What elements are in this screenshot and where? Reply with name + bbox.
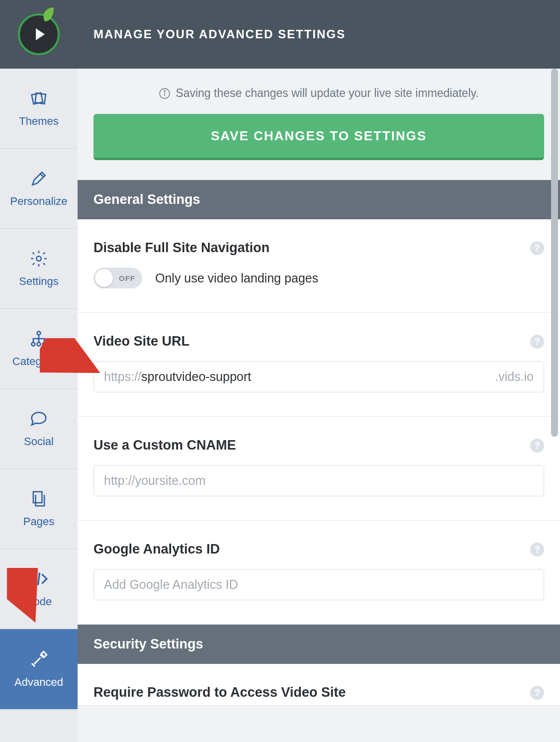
save-button[interactable]: SAVE CHANGES TO SETTINGS — [93, 114, 544, 160]
tools-icon — [29, 650, 48, 669]
sidebar-item-label: Themes — [19, 115, 58, 128]
site-url-input[interactable]: https://sproutvideo-support .vids.io — [93, 361, 544, 392]
scrollbar[interactable] — [551, 69, 558, 437]
panel-site-url: Video Site URL ? https://sproutvideo-sup… — [78, 313, 560, 417]
pencil-icon — [29, 169, 48, 188]
url-prefix: https:// — [104, 370, 141, 384]
svg-point-10 — [164, 91, 165, 92]
url-value: sproutvideo-support — [141, 370, 251, 384]
sidebar-item-label: Settings — [19, 275, 59, 288]
sidebar-item-code[interactable]: Code — [0, 549, 78, 629]
help-icon[interactable]: ? — [530, 335, 544, 349]
sidebar: Themes Personalize Settings Categories S… — [0, 0, 78, 742]
help-icon[interactable]: ? — [530, 241, 544, 255]
help-icon[interactable]: ? — [530, 543, 544, 556]
sidebar-item-personalize[interactable]: Personalize — [0, 149, 78, 229]
cname-heading: Use a Custom CNAME — [93, 438, 236, 453]
sidebar-item-themes[interactable]: Themes — [0, 69, 78, 149]
panel-disable-nav: Disable Full Site Navigation ? OFF Only … — [78, 219, 560, 313]
panel-cname: Use a Custom CNAME ? — [78, 417, 560, 521]
pages-icon — [29, 489, 48, 508]
save-info: Saving these changes will update your li… — [93, 87, 544, 100]
sidebar-item-label: Personalize — [10, 195, 68, 208]
play-icon — [36, 28, 45, 40]
themes-icon — [29, 89, 48, 108]
sidebar-item-advanced[interactable]: Advanced — [0, 629, 78, 709]
analytics-heading: Google Analytics ID — [93, 542, 220, 557]
svg-point-2 — [36, 256, 41, 261]
svg-point-6 — [43, 343, 46, 346]
url-suffix: .vids.io — [495, 370, 534, 384]
gear-icon — [29, 249, 48, 268]
help-icon[interactable]: ? — [530, 686, 544, 700]
code-icon — [29, 569, 48, 588]
section-general: General Settings — [78, 180, 560, 219]
sidebar-item-pages[interactable]: Pages — [0, 469, 78, 549]
logo[interactable] — [0, 0, 78, 69]
sidebar-item-label: Code — [26, 595, 52, 608]
page-title: MANAGE YOUR ADVANCED SETTINGS — [93, 27, 346, 41]
panel-password: Require Password to Access Video Site ? — [78, 664, 560, 706]
page-header: MANAGE YOUR ADVANCED SETTINGS — [78, 0, 560, 69]
section-security: Security Settings — [78, 625, 560, 664]
chat-icon — [29, 409, 48, 428]
svg-point-3 — [37, 331, 41, 335]
disable-nav-desc: Only use video landing pages — [155, 271, 318, 285]
sidebar-item-label: Pages — [23, 515, 54, 528]
svg-rect-7 — [33, 492, 42, 503]
svg-point-4 — [31, 343, 35, 346]
password-heading: Require Password to Access Video Site — [93, 685, 346, 700]
help-icon[interactable]: ? — [530, 439, 544, 453]
tree-icon — [29, 329, 48, 348]
sidebar-item-label: Social — [24, 435, 54, 448]
sidebar-item-label: Categories — [12, 355, 65, 368]
sidebar-item-label: Advanced — [14, 676, 63, 689]
site-url-heading: Video Site URL — [93, 334, 189, 349]
svg-point-5 — [37, 343, 41, 346]
info-icon — [159, 88, 171, 99]
disable-nav-heading: Disable Full Site Navigation — [93, 240, 270, 256]
leaf-icon — [42, 6, 55, 22]
panel-analytics: Google Analytics ID ? — [78, 521, 560, 625]
sidebar-item-social[interactable]: Social — [0, 389, 78, 469]
sidebar-item-categories[interactable]: Categories — [0, 309, 78, 389]
analytics-input[interactable] — [104, 577, 534, 592]
sidebar-item-settings[interactable]: Settings — [0, 229, 78, 309]
cname-input[interactable] — [104, 473, 534, 488]
disable-nav-toggle[interactable]: OFF — [93, 268, 142, 288]
